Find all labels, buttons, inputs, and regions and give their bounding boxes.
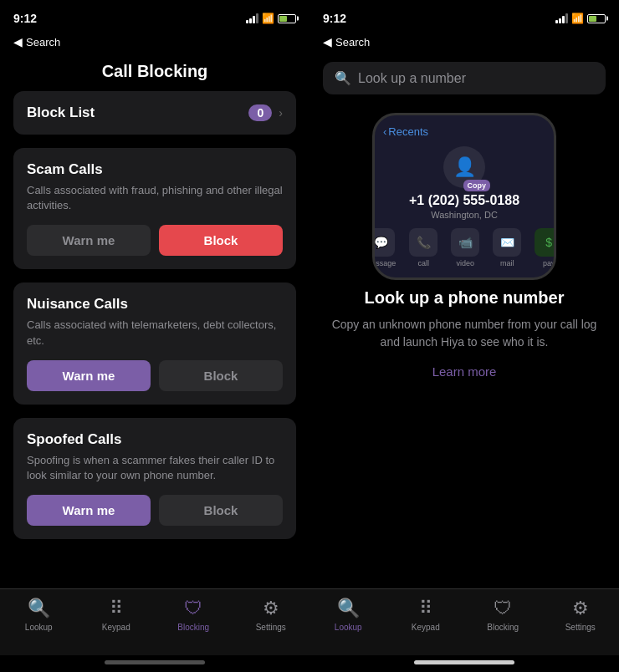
video-icon: 📹 [451,228,479,257]
block-list-right: 0 › [248,104,283,121]
left-nav-back[interactable]: ◀ Search [0,33,310,55]
left-tab-lookup[interactable]: 🔍 Lookup [0,598,78,632]
right-home-bar [414,660,514,664]
block-list-badge: 0 [248,104,272,121]
spoofed-warn-button[interactable]: Warn me [27,495,151,526]
spoofed-title: Spoofed Calls [27,431,283,448]
right-home-indicator [310,655,619,672]
pay-label: pay [543,259,555,267]
keypad-icon: ⠿ [110,598,123,619]
right-tab-bar: 🔍 Lookup ⠿ Keypad 🛡 Blocking ⚙ Settings [310,588,619,655]
left-home-bar [105,660,205,664]
right-status-bar: 9:12 📶 [310,0,619,33]
mail-icon: ✉️ [493,228,521,257]
phone-action-mail[interactable]: ✉️ mail [493,228,521,267]
right-back-label: Search [335,36,370,48]
left-tab-lookup-label: Lookup [25,623,53,632]
left-panel: 9:12 📶 ◀ Search Call Blocking Block List… [0,0,310,672]
left-home-indicator [0,655,310,672]
left-tab-keypad[interactable]: ⠿ Keypad [78,598,156,632]
left-tab-settings-label: Settings [256,623,286,632]
right-battery-icon [587,14,606,23]
search-bar[interactable]: 🔍 Look up a number [323,62,606,94]
phone-location: Washington, DC [431,210,498,220]
spoofed-calls-card: Spoofed Calls Spoofing is when a scammer… [13,418,296,539]
right-tab-lookup[interactable]: 🔍 Lookup [310,598,387,632]
signal-icon [246,13,258,23]
nuisance-block-button[interactable]: Block [159,360,283,391]
phone-back-chevron: ‹ [383,125,386,138]
right-tab-blocking[interactable]: 🛡 Blocking [464,598,542,632]
call-label: call [418,259,430,267]
phone-back-button[interactable]: ‹ Recents [383,125,428,138]
left-tab-bar: 🔍 Lookup ⠿ Keypad 🛡 Blocking ⚙ Settings [0,588,310,655]
spoofed-block-button[interactable]: Block [159,495,283,526]
left-content: Block List 0 › Scam Calls Calls associat… [0,91,310,588]
nuisance-warn-button[interactable]: Warn me [27,360,151,391]
right-wifi-icon: 📶 [571,13,584,24]
search-bar-container: 🔍 Look up a number [310,55,619,104]
chevron-right-icon: › [279,106,283,120]
phone-top-bar: ‹ Recents [383,125,545,138]
right-blocking-icon: 🛡 [494,598,512,619]
nuisance-title: Nuisance Calls [27,296,283,313]
nuisance-btn-row: Warn me Block [27,360,283,391]
spoofed-desc: Spoofing is when a scammer fakes their c… [27,453,283,483]
back-arrow-icon: ◀ [13,35,23,48]
left-status-bar: 9:12 📶 [0,0,310,33]
left-tab-blocking-label: Blocking [177,623,209,632]
lookup-desc: Copy an unknown phone number from your c… [330,316,599,351]
left-back-label: Search [26,36,60,48]
nuisance-calls-card: Nuisance Calls Calls associated with tel… [13,283,296,404]
right-tab-settings-label: Settings [565,623,596,632]
scam-btn-row: Warn me Block [27,225,283,256]
right-tab-keypad[interactable]: ⠿ Keypad [387,598,465,632]
spoofed-btn-row: Warn me Block [27,495,283,526]
left-tab-settings[interactable]: ⚙ Settings [233,598,310,632]
nuisance-desc: Calls associated with telemarketers, deb… [27,318,283,348]
phone-action-message[interactable]: 💬 message [372,228,396,267]
left-status-icons: 📶 [246,13,296,24]
page-title: Call Blocking [0,55,310,91]
lookup-title: Look up a phone number [365,288,565,308]
battery-icon [278,14,296,23]
scam-calls-card: Scam Calls Calls associated with fraud, … [13,148,296,269]
phone-avatar: 👤 Copy [443,146,485,188]
block-list-card[interactable]: Block List 0 › [13,91,296,135]
video-label: video [457,259,475,267]
left-tab-blocking[interactable]: 🛡 Blocking [155,598,233,632]
wifi-icon: 📶 [262,13,274,24]
copy-badge[interactable]: Copy [463,180,491,191]
right-tab-blocking-label: Blocking [487,623,519,632]
phone-action-call[interactable]: 📞 call [409,228,437,267]
search-bar-icon: 🔍 [335,70,351,86]
phone-preview-container: ‹ Recents 👤 Copy +1 (202) 555-0188 Washi… [310,104,619,288]
mail-label: mail [500,259,514,267]
scam-block-button[interactable]: Block [159,225,283,256]
right-back-arrow-icon: ◀ [323,35,332,48]
phone-actions: 💬 message 📞 call 📹 video ✉️ mail $ [372,228,556,267]
message-label: message [372,259,396,267]
right-nav-back[interactable]: ◀ Search [310,33,619,55]
learn-more-link[interactable]: Learn more [432,364,497,379]
scam-warn-button[interactable]: Warn me [27,225,151,256]
phone-mock: ‹ Recents 👤 Copy +1 (202) 555-0188 Washi… [372,113,556,280]
left-tab-keypad-label: Keypad [102,623,130,632]
phone-action-pay[interactable]: $ pay [535,228,556,267]
phone-action-video[interactable]: 📹 video [451,228,479,267]
message-icon: 💬 [372,228,395,257]
blocking-icon: 🛡 [184,598,202,619]
person-icon: 👤 [453,156,476,178]
phone-number: +1 (202) 555-0188 [409,193,519,208]
left-time: 9:12 [13,12,37,25]
block-list-title: Block List [27,104,95,121]
phone-recents-label: Recents [388,125,428,138]
right-tab-lookup-label: Lookup [335,623,362,632]
call-icon: 📞 [409,228,437,257]
right-lookup-icon: 🔍 [337,598,360,619]
search-bar-placeholder: Look up a number [358,71,466,86]
right-signal-icon [555,13,568,23]
right-tab-settings[interactable]: ⚙ Settings [542,598,620,632]
right-keypad-icon: ⠿ [419,598,432,619]
lookup-icon: 🔍 [28,598,50,619]
